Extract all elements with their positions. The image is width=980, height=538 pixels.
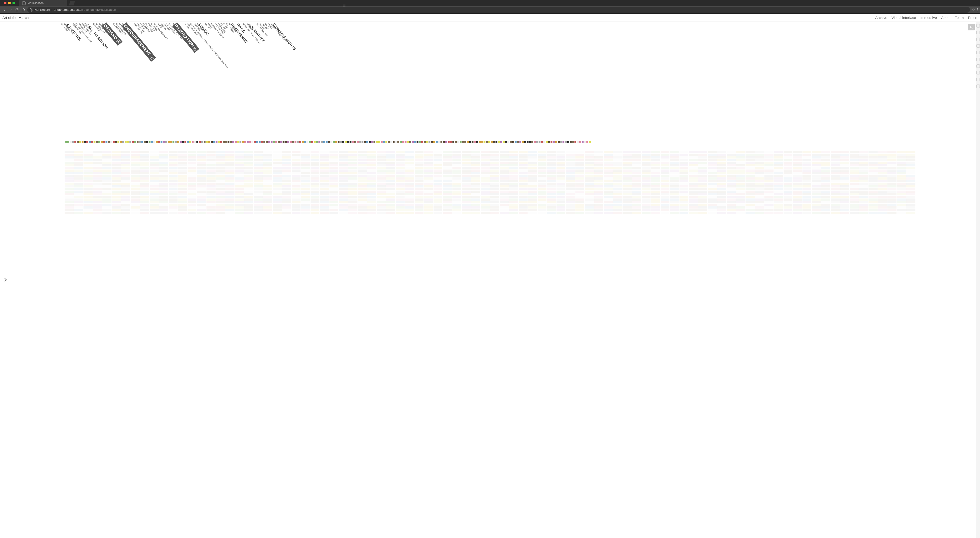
grid-thumb[interactable] — [679, 151, 689, 153]
grid-thumb[interactable] — [642, 206, 651, 209]
grid-thumb[interactable] — [74, 161, 83, 164]
grid-thumb[interactable] — [301, 185, 310, 187]
thumb[interactable] — [251, 141, 253, 143]
grid-thumb[interactable] — [679, 191, 689, 193]
grid-thumb[interactable] — [632, 175, 641, 177]
thumb[interactable] — [223, 141, 225, 143]
thumb[interactable] — [512, 141, 514, 143]
grid-thumb[interactable] — [547, 183, 556, 185]
thumb[interactable] — [409, 141, 411, 143]
grid-thumb[interactable] — [159, 193, 168, 195]
grid-thumb[interactable] — [415, 193, 424, 195]
grid-thumb[interactable] — [878, 156, 887, 158]
grid-thumb[interactable] — [727, 177, 736, 180]
grid-thumb[interactable] — [329, 161, 339, 164]
grid-thumb[interactable] — [708, 151, 717, 153]
grid-thumb[interactable] — [878, 159, 887, 161]
grid-thumb[interactable] — [557, 180, 566, 182]
thumb[interactable] — [359, 141, 361, 143]
grid-thumb[interactable] — [310, 164, 320, 166]
grid-thumb[interactable] — [698, 164, 708, 166]
grid-thumb[interactable] — [329, 206, 339, 209]
grid-thumb[interactable] — [528, 164, 537, 166]
grid-thumb[interactable] — [443, 196, 452, 198]
grid-thumb[interactable] — [878, 212, 887, 214]
grid-thumb[interactable] — [613, 185, 622, 187]
grid-thumb[interactable] — [235, 154, 244, 156]
grid-thumb[interactable] — [755, 198, 764, 201]
thumb[interactable] — [340, 141, 342, 143]
grid-thumb[interactable] — [755, 193, 764, 195]
grid-thumb[interactable] — [367, 169, 376, 172]
grid-thumb[interactable] — [405, 188, 414, 190]
grid-thumb[interactable] — [490, 151, 500, 153]
grid-thumb[interactable] — [708, 172, 717, 174]
grid-thumb[interactable] — [339, 198, 348, 201]
strip-icon[interactable] — [977, 31, 980, 34]
grid-thumb[interactable] — [93, 164, 102, 166]
grid-thumb[interactable] — [594, 206, 603, 209]
grid-thumb[interactable] — [424, 201, 433, 203]
thumb[interactable] — [70, 141, 72, 143]
grid-thumb[interactable] — [434, 164, 442, 166]
thumb[interactable] — [515, 141, 517, 143]
grid-thumb[interactable] — [812, 196, 821, 198]
grid-thumb[interactable] — [698, 212, 708, 214]
grid-thumb[interactable] — [764, 193, 773, 195]
thumb[interactable] — [96, 141, 98, 143]
grid-thumb[interactable] — [566, 177, 575, 180]
grid-thumb[interactable] — [301, 167, 310, 169]
grid-thumb[interactable] — [528, 183, 537, 185]
window-controls[interactable] — [4, 2, 15, 4]
grid-thumb[interactable] — [405, 172, 414, 174]
grid-thumb[interactable] — [480, 183, 490, 185]
grid-thumb[interactable] — [490, 164, 500, 166]
grid-thumb[interactable] — [888, 198, 897, 201]
close-window-icon[interactable] — [4, 2, 6, 4]
thumb[interactable] — [548, 141, 550, 143]
grid-thumb[interactable] — [812, 164, 821, 166]
thumb[interactable] — [448, 141, 450, 143]
grid-thumb[interactable] — [235, 177, 244, 180]
grid-thumb[interactable] — [329, 185, 339, 187]
grid-thumb[interactable] — [207, 212, 216, 214]
grid-thumb[interactable] — [821, 204, 830, 206]
thumb[interactable] — [86, 141, 88, 143]
grid-thumb[interactable] — [329, 188, 339, 190]
grid-thumb[interactable] — [358, 191, 367, 193]
grid-thumb[interactable] — [131, 180, 140, 182]
grid-thumb[interactable] — [500, 175, 509, 177]
grid-thumb[interactable] — [746, 180, 755, 182]
grid-thumb[interactable] — [651, 169, 660, 172]
grid-thumb[interactable] — [689, 172, 698, 174]
grid-thumb[interactable] — [576, 177, 584, 180]
thumb[interactable] — [369, 141, 371, 143]
grid-thumb[interactable] — [367, 209, 376, 211]
grid-thumb[interactable] — [235, 183, 244, 185]
grid-thumb[interactable] — [594, 180, 603, 182]
grid-thumb[interactable] — [254, 175, 263, 177]
grid-thumb[interactable] — [339, 188, 348, 190]
grid-thumb[interactable] — [188, 161, 197, 164]
grid-thumb[interactable] — [235, 198, 244, 201]
grid-thumb[interactable] — [708, 175, 717, 177]
grid-thumb[interactable] — [897, 159, 906, 161]
grid-thumb[interactable] — [698, 196, 708, 198]
grid-thumb[interactable] — [235, 172, 244, 174]
grid-thumb[interactable] — [736, 206, 745, 209]
thumb[interactable] — [498, 141, 500, 143]
grid-thumb[interactable] — [273, 183, 282, 185]
grid-thumb[interactable] — [396, 183, 405, 185]
grid-thumb[interactable] — [774, 206, 783, 209]
grid-thumb[interactable] — [698, 193, 708, 195]
grid-thumb[interactable] — [415, 169, 424, 172]
grid-thumb[interactable] — [471, 188, 480, 190]
thumb[interactable] — [259, 141, 261, 143]
grid-thumb[interactable] — [774, 204, 783, 206]
grid-thumb[interactable] — [689, 177, 698, 180]
grid-thumb[interactable] — [131, 196, 140, 198]
grid-thumb[interactable] — [878, 175, 887, 177]
grid-thumb[interactable] — [424, 185, 433, 187]
grid-thumb[interactable] — [888, 191, 897, 193]
grid-thumb[interactable] — [169, 169, 178, 172]
